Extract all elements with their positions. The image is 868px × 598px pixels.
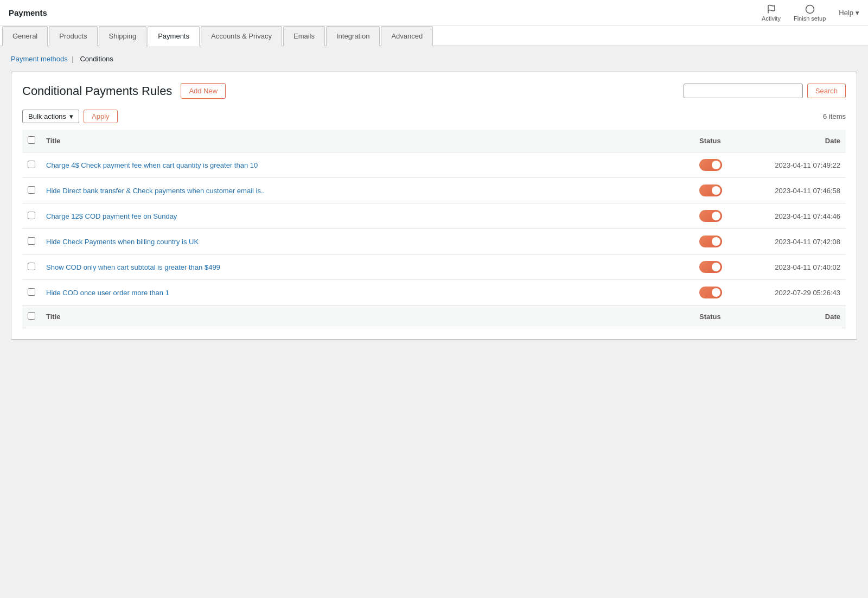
bulk-left: Bulk actions ▾ Apply — [22, 110, 118, 123]
footer-status: Status — [694, 306, 737, 328]
add-new-button[interactable]: Add New — [181, 83, 226, 99]
status-toggle[interactable] — [699, 159, 722, 171]
status-toggle[interactable] — [699, 210, 722, 222]
row-title[interactable]: Charge 4$ Check payment fee when cart qu… — [41, 152, 694, 178]
header-title: Title — [41, 130, 694, 152]
search-input[interactable] — [684, 84, 803, 98]
search-area: Search — [684, 84, 846, 98]
row-title[interactable]: Hide COD once user order more than 1 — [41, 280, 694, 306]
tab-advanced[interactable]: Advanced — [381, 26, 433, 46]
row-checkbox[interactable] — [28, 288, 35, 296]
header-status: Status — [694, 130, 737, 152]
row-checkbox-cell — [22, 280, 41, 306]
tabs-bar: General Products Shipping Payments Accou… — [0, 26, 868, 46]
finish-setup-button[interactable]: Finish setup — [794, 4, 826, 22]
sub-nav: Payment methods | Conditions — [11, 55, 857, 63]
tab-accounts-privacy[interactable]: Accounts & Privacy — [201, 26, 282, 46]
bulk-actions-select[interactable]: Bulk actions ▾ — [22, 110, 79, 123]
table-row: Charge 4$ Check payment fee when cart qu… — [22, 152, 846, 178]
row-status — [694, 152, 737, 178]
table-row: Hide Direct bank transfer & Check paymen… — [22, 178, 846, 203]
activity-button[interactable]: Activity — [762, 4, 781, 22]
row-checkbox[interactable] — [28, 263, 35, 270]
row-title[interactable]: Hide Direct bank transfer & Check paymen… — [41, 178, 694, 203]
bulk-chevron-icon: ▾ — [69, 112, 73, 120]
tab-general[interactable]: General — [2, 26, 48, 46]
circle-icon — [805, 4, 815, 14]
footer-select-all-checkbox[interactable] — [28, 312, 35, 320]
table-row: Charge 12$ COD payment fee on Sunday2023… — [22, 203, 846, 229]
toggle-slider — [699, 210, 722, 222]
table-footer-row: Title Status Date — [22, 306, 846, 328]
status-toggle[interactable] — [699, 236, 722, 247]
row-checkbox[interactable] — [28, 212, 35, 219]
main-content: Payment methods | Conditions Conditional… — [0, 46, 868, 590]
rules-table: Title Status Date Charge 4$ Check paymen… — [22, 130, 846, 328]
toggle-slider — [699, 287, 722, 298]
row-title[interactable]: Hide Check Payments when billing country… — [41, 229, 694, 255]
finish-setup-label: Finish setup — [794, 15, 826, 22]
table-row: Show COD only when cart subtotal is grea… — [22, 255, 846, 280]
row-checkbox[interactable] — [28, 237, 35, 245]
footer-checkbox-cell — [22, 306, 41, 328]
row-checkbox-cell — [22, 178, 41, 203]
tab-payments[interactable]: Payments — [148, 26, 200, 46]
help-button[interactable]: Help ▾ — [839, 9, 859, 17]
row-checkbox[interactable] — [28, 186, 35, 194]
select-all-checkbox[interactable] — [28, 136, 35, 144]
conditions-link[interactable]: Conditions — [80, 55, 113, 63]
row-date: 2023-04-11 07:46:58 — [737, 178, 846, 203]
tab-products[interactable]: Products — [49, 26, 97, 46]
row-status — [694, 203, 737, 229]
page-heading-row: Conditional Payments Rules Add New Searc… — [22, 83, 846, 99]
top-bar-actions: Activity Finish setup Help ▾ — [762, 4, 859, 22]
header-checkbox-cell — [22, 130, 41, 152]
page-title: Conditional Payments Rules — [22, 84, 172, 98]
chevron-down-icon: ▾ — [856, 9, 859, 17]
row-date: 2023-04-11 07:42:08 — [737, 229, 846, 255]
footer-title: Title — [41, 306, 694, 328]
row-status — [694, 178, 737, 203]
row-title[interactable]: Show COD only when cart subtotal is grea… — [41, 255, 694, 280]
toggle-slider — [699, 159, 722, 171]
header-date: Date — [737, 130, 846, 152]
tab-shipping[interactable]: Shipping — [99, 26, 147, 46]
toggle-slider — [699, 236, 722, 247]
top-bar: Payments Activity Finish setup Help ▾ — [0, 0, 868, 26]
row-date: 2023-04-11 07:49:22 — [737, 152, 846, 178]
row-checkbox-cell — [22, 229, 41, 255]
page-heading-left: Conditional Payments Rules Add New — [22, 83, 226, 99]
footer-date: Date — [737, 306, 846, 328]
status-toggle[interactable] — [699, 287, 722, 298]
help-label: Help — [839, 9, 853, 17]
payment-methods-link[interactable]: Payment methods — [11, 55, 68, 63]
content-area: Conditional Payments Rules Add New Searc… — [11, 72, 857, 340]
row-date: 2023-04-11 07:40:02 — [737, 255, 846, 280]
row-status — [694, 229, 737, 255]
search-button[interactable]: Search — [807, 84, 846, 98]
row-date: 2023-04-11 07:44:46 — [737, 203, 846, 229]
tab-integration[interactable]: Integration — [326, 26, 380, 46]
flag-icon — [767, 4, 776, 14]
status-toggle[interactable] — [699, 185, 722, 196]
row-status — [694, 280, 737, 306]
apply-button[interactable]: Apply — [84, 110, 118, 123]
row-status — [694, 255, 737, 280]
tab-emails[interactable]: Emails — [283, 26, 325, 46]
row-checkbox-cell — [22, 255, 41, 280]
status-toggle[interactable] — [699, 261, 722, 273]
table-row: Hide COD once user order more than 12022… — [22, 280, 846, 306]
activity-label: Activity — [762, 15, 781, 22]
table-header-row: Title Status Date — [22, 130, 846, 152]
table-row: Hide Check Payments when billing country… — [22, 229, 846, 255]
subnav-separator: | — [72, 55, 73, 63]
row-date: 2022-07-29 05:26:43 — [737, 280, 846, 306]
row-checkbox[interactable] — [28, 161, 35, 168]
bulk-row: Bulk actions ▾ Apply 6 items — [22, 110, 846, 123]
svg-point-1 — [806, 5, 814, 13]
items-count: 6 items — [823, 112, 846, 120]
row-title[interactable]: Charge 12$ COD payment fee on Sunday — [41, 203, 694, 229]
toggle-slider — [699, 185, 722, 196]
row-checkbox-cell — [22, 152, 41, 178]
toggle-slider — [699, 261, 722, 273]
